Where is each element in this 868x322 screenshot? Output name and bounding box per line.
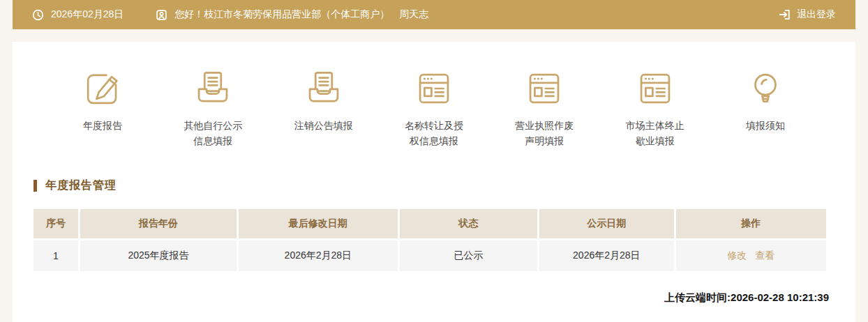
logout-icon <box>778 8 791 21</box>
inbox-document-icon <box>193 68 233 109</box>
user-badge-icon <box>156 9 167 21</box>
nav-item-label: 其他自行公示信息填报 <box>183 118 243 149</box>
edit-icon <box>82 68 123 109</box>
greeting-text: 您好！枝江市冬菊劳保用品营业部（个体工商户） 周天志 <box>174 8 428 21</box>
col-header-publish-date: 公示日期 <box>539 209 674 238</box>
col-header-status: 状态 <box>400 209 537 238</box>
greeting-group: 您好！枝江市冬菊劳保用品营业部（个体工商户） 周天志 <box>156 8 428 21</box>
nav-item-annual-report[interactable]: 年度报告 <box>60 68 145 149</box>
browser-window-icon <box>635 68 675 109</box>
table-row: 1 2025年度报告 2026年2月28日 已公示 2026年2月28日 修改查… <box>33 240 826 271</box>
logout-button[interactable]: 退出登录 <box>778 8 836 21</box>
cell-status: 已公示 <box>400 240 537 271</box>
col-header-last-modified: 最后修改日期 <box>239 209 398 238</box>
table-header-row: 序号 报告年份 最后修改日期 状态 公示日期 操作 <box>33 209 826 238</box>
modify-link[interactable]: 修改 <box>727 250 747 261</box>
nav-item-label: 年度报告 <box>73 118 133 133</box>
browser-window-icon <box>414 68 454 109</box>
lightbulb-icon <box>745 68 786 109</box>
cell-report-year: 2025年度报告 <box>80 240 237 271</box>
nav-item-license-void[interactable]: 营业执照作废声明填报 <box>502 68 587 149</box>
cell-seq: 1 <box>33 240 78 271</box>
section-accent-bar <box>33 180 37 192</box>
cell-actions: 修改查看 <box>676 240 826 271</box>
annual-report-table: 序号 报告年份 最后修改日期 状态 公示日期 操作 1 2025年度报告 202… <box>31 207 828 273</box>
section-header: 年度报告管理 <box>33 178 835 193</box>
nav-item-label: 营业执照作废声明填报 <box>514 118 574 149</box>
date-group: 2026年02月28日 <box>32 8 124 21</box>
upload-cloud-time: 上传云端时间:2026-02-28 10:21:39 <box>33 291 835 305</box>
nav-item-cancellation-notice[interactable]: 注销公告填报 <box>281 68 366 149</box>
nav-item-label: 名称转让及授权信息填报 <box>404 118 464 149</box>
nav-item-filing-instructions[interactable]: 填报须知 <box>723 68 808 149</box>
nav-icon-row: 年度报告 其他自行公示信息填报 注销公告填报 <box>33 68 835 149</box>
nav-item-label: 注销公告填报 <box>294 118 354 133</box>
main-panel: 年度报告 其他自行公示信息填报 注销公告填报 <box>13 42 855 322</box>
nav-item-business-suspension[interactable]: 市场主体终止歇业填报 <box>613 68 698 149</box>
col-header-report-year: 报告年份 <box>80 209 237 238</box>
nav-item-label: 市场主体终止歇业填报 <box>625 118 685 149</box>
cell-last-modified: 2026年2月28日 <box>239 240 398 271</box>
browser-window-icon <box>524 68 564 109</box>
col-header-actions: 操作 <box>676 209 826 238</box>
top-header-bar: 2026年02月28日 您好！枝江市冬菊劳保用品营业部（个体工商户） 周天志 退… <box>13 0 855 29</box>
col-header-seq: 序号 <box>33 209 78 238</box>
logout-label: 退出登录 <box>797 8 836 21</box>
nav-item-other-disclosure[interactable]: 其他自行公示信息填报 <box>170 68 255 149</box>
view-link[interactable]: 查看 <box>755 250 775 261</box>
section-title: 年度报告管理 <box>45 178 117 193</box>
cell-publish-date: 2026年2月28日 <box>539 240 674 271</box>
nav-item-label: 填报须知 <box>735 118 795 133</box>
current-date: 2026年02月28日 <box>51 8 124 21</box>
clock-icon <box>32 9 44 21</box>
nav-item-name-transfer[interactable]: 名称转让及授权信息填报 <box>391 68 477 149</box>
inbox-document-icon <box>304 68 344 109</box>
